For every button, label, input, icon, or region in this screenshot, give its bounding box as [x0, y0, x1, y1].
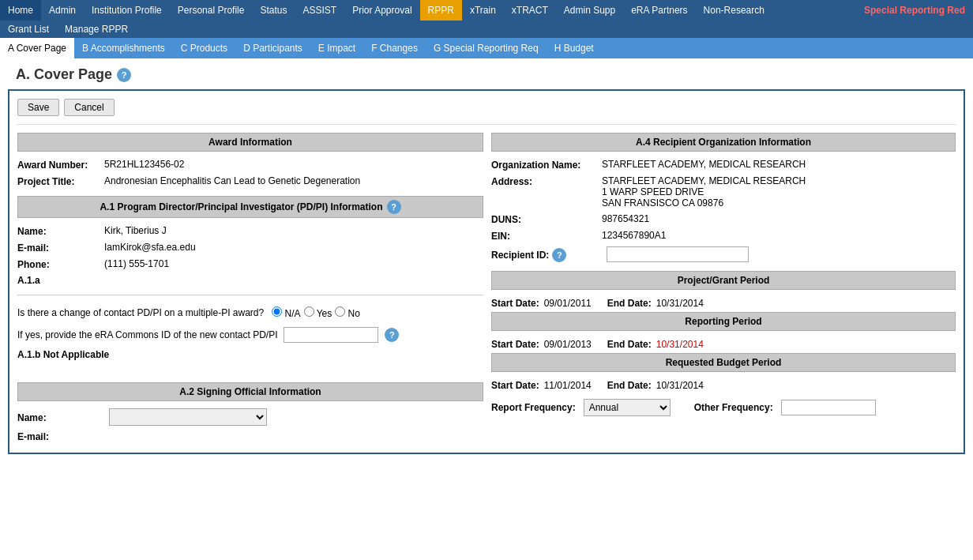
address-label: Address:: [491, 175, 602, 187]
nav-assist[interactable]: ASSIST: [295, 0, 345, 21]
recipient-id-input[interactable]: [607, 246, 749, 262]
reporting-end-item: End Date: 10/31/2014: [607, 339, 704, 350]
project-grant-period-row: Start Date: 09/01/2011 End Date: 10/31/2…: [491, 295, 956, 312]
tab-products[interactable]: C Products: [173, 38, 235, 58]
project-grant-period-header: Project/Grant Period: [491, 271, 956, 290]
a1a-label: A.1.a: [17, 272, 483, 288]
ein-row: EIN: 1234567890A1: [491, 227, 956, 244]
pi-email-row: E-mail: IamKirok@sfa.ea.edu: [17, 239, 483, 256]
radio-no[interactable]: [335, 306, 345, 317]
pi-name-value: Kirk, Tiberius J: [104, 225, 483, 236]
duns-label: DUNS:: [491, 213, 602, 225]
signing-info-header-text: A.2 Signing Official Information: [179, 386, 321, 397]
signing-name-label: Name:: [17, 412, 104, 423]
save-button[interactable]: Save: [17, 99, 59, 116]
nav-admin-supp[interactable]: Admin Supp: [556, 0, 623, 21]
radio-na-group: N/A: [272, 306, 300, 319]
radio-na-label: N/A: [285, 308, 301, 319]
project-start-item: Start Date: 09/01/2011: [491, 298, 592, 309]
other-frequency-input[interactable]: [781, 400, 876, 415]
pi-phone-label: Phone:: [17, 258, 104, 270]
radio-no-label: No: [348, 308, 360, 319]
nav-rppr[interactable]: RPPR: [420, 0, 462, 21]
nav-xtrain[interactable]: xTrain: [462, 0, 504, 21]
award-number-value: 5R21HL123456-02: [104, 159, 483, 170]
signing-name-row: Name:: [17, 406, 483, 428]
nav-grant-list[interactable]: Grant List: [0, 21, 57, 37]
pi-phone-row: Phone: (111) 555-1701: [17, 256, 483, 272]
reporting-start-value: 09/01/2013: [544, 339, 592, 350]
pi-help-icon[interactable]: ?: [387, 200, 401, 214]
nav-home[interactable]: Home: [0, 0, 41, 21]
reporting-end-value: 10/31/2014: [656, 339, 704, 350]
nav-status[interactable]: Status: [252, 0, 295, 21]
tab-special-reporting[interactable]: G Special Reporting Req: [426, 38, 547, 58]
tab-budget[interactable]: H Budget: [547, 38, 602, 58]
reporting-period-header: Reporting Period: [491, 312, 956, 331]
era-row: If yes, provide the eRA Commons ID of th…: [17, 324, 483, 346]
org-name-row: Organization Name: STARFLEET ACADEMY, ME…: [491, 156, 956, 173]
nav-xtract[interactable]: xTRACT: [504, 0, 556, 21]
cancel-button[interactable]: Cancel: [64, 99, 114, 116]
ein-value: 1234567890A1: [602, 230, 956, 241]
pi-email-value: IamKirok@sfa.ea.edu: [104, 242, 483, 253]
nav-institution-profile[interactable]: Institution Profile: [84, 0, 170, 21]
tab-accomplishments[interactable]: B Accomplishments: [74, 38, 173, 58]
spacer: [17, 363, 483, 376]
recipient-id-help-icon[interactable]: ?: [552, 248, 566, 262]
report-frequency-select[interactable]: Annual Quarterly Semi-Annual: [584, 399, 671, 416]
tab-changes[interactable]: F Changes: [363, 38, 426, 58]
page-title-area: A. Cover Page ?: [0, 58, 973, 89]
radio-na[interactable]: [272, 306, 282, 317]
radio-yes-label: Yes: [317, 308, 332, 319]
address-row: Address: STARFLEET ACADEMY, MEDICAL RESE…: [491, 173, 956, 211]
address-value: STARFLEET ACADEMY, MEDICAL RESEARCH 1 WA…: [602, 175, 956, 209]
budget-period-row: Start Date: 11/01/2014 End Date: 10/31/2…: [491, 377, 956, 394]
duns-value: 987654321: [602, 213, 956, 224]
project-start-value: 09/01/2011: [544, 298, 592, 309]
page-help-icon[interactable]: ?: [117, 68, 131, 82]
nav-personal-profile[interactable]: Personal Profile: [170, 0, 253, 21]
address-line1: STARFLEET ACADEMY, MEDICAL RESEARCH: [602, 175, 806, 186]
other-frequency-label: Other Frequency:: [694, 402, 773, 413]
radio-no-group: No: [335, 306, 360, 319]
nav-manage-rppr[interactable]: Manage RPPR: [57, 21, 136, 37]
pi-info-header: A.1 Program Director/Principal Investiga…: [17, 196, 483, 218]
project-title-value: Andronesian Encephalitis Can Lead to Gen…: [104, 175, 483, 186]
right-section: A.4 Recipient Organization Information O…: [491, 133, 956, 445]
org-name-value: STARFLEET ACADEMY, MEDICAL RESEARCH: [602, 159, 956, 170]
special-reporting-label: Special Reporting Red: [864, 5, 973, 16]
nav-admin[interactable]: Admin: [41, 0, 84, 21]
era-commons-input[interactable]: [284, 327, 378, 343]
signing-email-row: E-mail:: [17, 428, 483, 445]
tab-participants[interactable]: D Participants: [235, 38, 310, 58]
reporting-start-label: Start Date:: [491, 339, 539, 350]
tab-cover-page[interactable]: A Cover Page: [0, 38, 74, 58]
org-name-label: Organization Name:: [491, 159, 602, 171]
era-help-icon[interactable]: ?: [385, 328, 399, 342]
form-sections: Award Information Award Number: 5R21HL12…: [17, 124, 956, 445]
nav-era-partners[interactable]: eRA Partners: [623, 0, 695, 21]
recipient-id-label-group: Recipient ID: ?: [491, 247, 602, 262]
radio-yes[interactable]: [304, 306, 314, 317]
tab-impact[interactable]: E Impact: [310, 38, 363, 58]
reporting-end-label: End Date:: [607, 339, 652, 350]
second-nav: Grant List Manage RPPR: [0, 21, 973, 38]
budget-start-value: 11/01/2014: [544, 380, 592, 391]
nav-prior-approval[interactable]: Prior Approval: [344, 0, 419, 21]
toolbar: Save Cancel: [17, 99, 956, 116]
era-question-text: If yes, provide the eRA Commons ID of th…: [17, 329, 277, 340]
signing-email-label: E-mail:: [17, 430, 104, 442]
award-info-header: Award Information: [17, 133, 483, 152]
award-number-row: Award Number: 5R21HL123456-02: [17, 156, 483, 173]
divider-1: [17, 295, 483, 295]
ein-label: EIN:: [491, 230, 602, 242]
signing-name-select[interactable]: [109, 408, 267, 426]
budget-start-label: Start Date:: [491, 380, 539, 391]
project-end-label: End Date:: [607, 298, 652, 309]
address-line3: SAN FRANSISCO CA 09876: [602, 197, 723, 209]
nav-non-research[interactable]: Non-Research: [696, 0, 772, 21]
project-start-label: Start Date:: [491, 298, 539, 309]
reporting-start-item: Start Date: 09/01/2013: [491, 339, 592, 350]
signing-info-header: A.2 Signing Official Information: [17, 382, 483, 401]
